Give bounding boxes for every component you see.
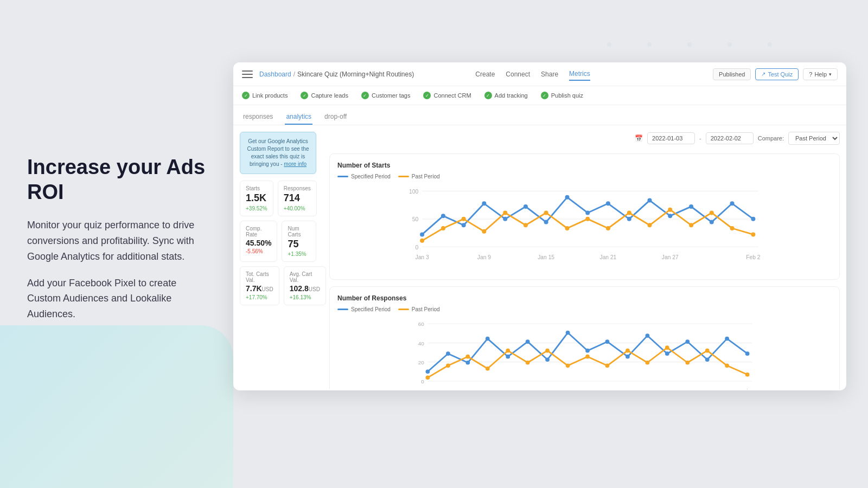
charts-panel: 📅 - Compare: Past Period Number of Start… — [323, 125, 846, 389]
main-card: Dashboard / Skincare Quiz (Morning+Night… — [233, 62, 846, 390]
nav-center: Create Connect Share Metrics — [475, 68, 590, 81]
tab-analytics[interactable]: analytics — [285, 110, 312, 125]
svg-point-33 — [627, 210, 631, 215]
nav-connect[interactable]: Connect — [506, 68, 530, 80]
published-button[interactable]: Published — [713, 68, 751, 80]
svg-point-24 — [441, 226, 445, 230]
tab-bar: responses analytics drop-off — [233, 105, 846, 125]
svg-point-57 — [486, 337, 490, 341]
svg-point-85 — [705, 349, 710, 353]
stat-comp-rate: Comp. Rate 45.50% -5.56% — [240, 221, 277, 262]
svg-point-76 — [526, 361, 530, 365]
svg-point-79 — [585, 355, 590, 359]
svg-text:100: 100 — [409, 189, 418, 195]
legend-past-period-2: Past Period — [398, 306, 440, 312]
stat-tot-carts-change: +17.70% — [246, 294, 273, 300]
nav-create[interactable]: Create — [475, 68, 495, 80]
hamburger-menu[interactable] — [242, 70, 253, 78]
compare-select[interactable]: Past Period — [788, 132, 840, 145]
svg-point-6 — [420, 232, 424, 236]
nav-metrics[interactable]: Metrics — [569, 68, 590, 81]
stat-comp-rate-label: Comp. Rate — [246, 226, 271, 237]
step-link-products[interactable]: ✓ Link products — [242, 92, 288, 99]
legend-specified-period-2: Specified Period — [337, 306, 391, 312]
compare-label: Compare: — [758, 135, 784, 142]
svg-point-74 — [486, 367, 490, 371]
step-check-icon: ✓ — [301, 92, 308, 99]
svg-point-61 — [566, 331, 570, 335]
sub-text-2: Add your Facebook Pixel to create Custom… — [27, 275, 206, 322]
ga-notice-link[interactable]: more info — [284, 161, 307, 167]
step-customer-tags[interactable]: ✓ Customer tags — [361, 92, 411, 99]
stat-avg-cart: Avg. Cart Val. 102.8USD +16.13% — [284, 266, 326, 305]
svg-text:40: 40 — [418, 341, 425, 346]
svg-point-65 — [646, 333, 650, 338]
tab-responses[interactable]: responses — [242, 110, 274, 125]
breadcrumb: Dashboard / Skincare Quiz (Morning+Night… — [259, 70, 414, 78]
left-panel-bg-decoration — [0, 325, 233, 488]
legend-orange-dot-2 — [398, 309, 409, 310]
svg-point-87 — [745, 373, 750, 377]
tab-dropoff[interactable]: drop-off — [323, 110, 348, 125]
left-content: Increase your Ads ROI Monitor your quiz … — [27, 155, 206, 333]
date-end-input[interactable] — [706, 132, 754, 144]
top-nav: Dashboard / Skincare Quiz (Morning+Night… — [233, 62, 846, 86]
step-check-icon: ✓ — [242, 92, 250, 99]
svg-text:Jan 3: Jan 3 — [416, 254, 429, 260]
svg-point-15 — [606, 201, 610, 206]
svg-text:50: 50 — [412, 216, 419, 222]
svg-point-69 — [725, 337, 729, 341]
svg-point-35 — [668, 208, 672, 212]
svg-point-56 — [465, 361, 470, 365]
svg-point-80 — [605, 363, 610, 368]
legend-specified-label-2: Specified Period — [351, 306, 391, 312]
chart-responses: Number of Responses Specified Period Pas… — [329, 286, 840, 389]
svg-point-38 — [730, 226, 735, 230]
calendar-icon: 📅 — [635, 134, 643, 142]
svg-point-34 — [648, 223, 652, 227]
left-panel: Increase your Ads ROI Monitor your quiz … — [0, 0, 233, 488]
svg-point-10 — [503, 217, 507, 221]
svg-point-16 — [627, 217, 631, 221]
svg-point-28 — [524, 223, 528, 227]
chart-starts: Number of Starts Specified Period Past P… — [329, 153, 840, 280]
step-connect-crm[interactable]: ✓ Connect CRM — [423, 92, 471, 99]
step-check-icon: ✓ — [361, 92, 369, 99]
stat-tot-carts-label: Tot. Carts Val. — [246, 271, 273, 283]
nav-share[interactable]: Share — [541, 68, 558, 80]
chevron-down-icon: ▾ — [829, 72, 832, 77]
svg-text:Jan 9: Jan 9 — [477, 254, 491, 260]
test-quiz-button[interactable]: ↗ Test Quiz — [755, 68, 799, 80]
stat-num-carts: Num Carts 75 +1.35% — [282, 221, 316, 262]
svg-point-63 — [605, 339, 610, 344]
svg-text:Jan 27: Jan 27 — [662, 254, 679, 260]
step-capture-leads[interactable]: ✓ Capture leads — [301, 92, 348, 99]
step-add-tracking[interactable]: ✓ Add tracking — [484, 92, 528, 99]
stat-avg-cart-label: Avg. Cart Val. — [290, 271, 320, 283]
breadcrumb-home[interactable]: Dashboard — [259, 70, 291, 78]
step-publish-quiz[interactable]: ✓ Publish quiz — [541, 92, 583, 99]
svg-point-32 — [606, 226, 610, 230]
question-icon: ? — [809, 71, 812, 78]
legend-past-label: Past Period — [412, 174, 440, 179]
date-start-input[interactable] — [647, 132, 695, 144]
svg-text:Jan 15: Jan 15 — [538, 254, 554, 260]
svg-text:Feb 2: Feb 2 — [746, 254, 761, 260]
legend-specified-label: Specified Period — [351, 174, 391, 179]
ga-notice: Get our Google Analytics Custom Report t… — [240, 132, 316, 174]
svg-point-75 — [506, 349, 510, 353]
svg-point-81 — [626, 349, 630, 353]
svg-point-70 — [745, 351, 750, 356]
stat-starts: Starts 1.5K +39.52% — [240, 181, 273, 216]
stat-num-carts-label: Num Carts — [288, 226, 310, 237]
stat-tot-carts-value: 7.7KUSD — [246, 284, 273, 293]
svg-text:Jan 15: Jan 15 — [539, 388, 556, 389]
chart-starts-title: Number of Starts — [337, 162, 832, 169]
legend-past-label-2: Past Period — [412, 306, 440, 312]
svg-text:Jan 21: Jan 21 — [600, 254, 617, 260]
svg-point-64 — [626, 355, 630, 359]
help-button[interactable]: ? Help ▾ — [803, 68, 838, 80]
svg-point-60 — [545, 357, 550, 362]
svg-point-14 — [585, 210, 590, 215]
stat-num-carts-change: +1.35% — [288, 251, 310, 257]
